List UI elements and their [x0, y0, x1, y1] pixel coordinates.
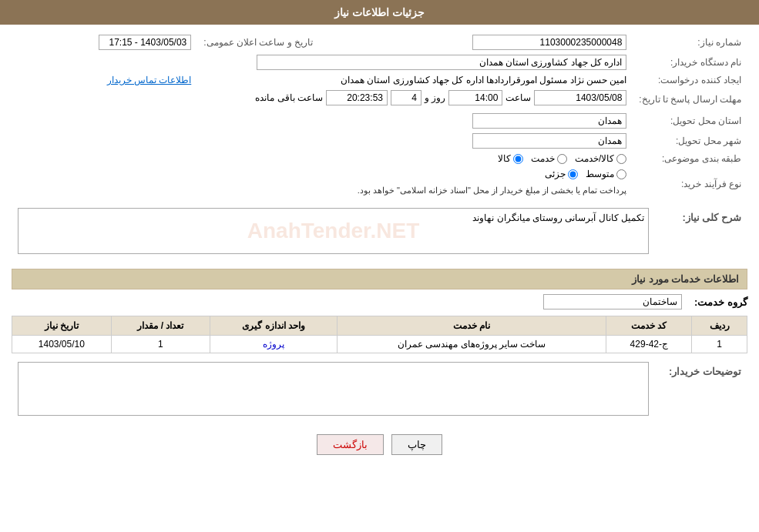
- process-label: نوع فرآیند خرید:: [633, 166, 747, 201]
- creator-name: امین حسن نژاد مسئول امورقراردادها اداره …: [341, 75, 626, 85]
- deadline-day-label: روز و: [425, 92, 445, 103]
- need-desc-text: تکمیل کانال آبرسانی روستای میانگران نهاو…: [472, 212, 644, 223]
- cell-date: 1403/05/10: [12, 336, 112, 353]
- need-desc-label: شرح کلی نیاز:: [655, 206, 747, 261]
- services-table: ردیف کد خدمت نام خدمت واحد اندازه گیری ت…: [12, 316, 747, 353]
- cat-kala-label: کالا: [498, 153, 511, 164]
- back-button[interactable]: بازگشت: [317, 434, 384, 455]
- col-need-date: تاریخ نیاز: [12, 316, 112, 336]
- deadline-day-input: [391, 90, 421, 105]
- deadline-remaining-label: ساعت باقی مانده: [255, 92, 323, 103]
- col-row-num: ردیف: [692, 316, 747, 336]
- city-input: [472, 133, 626, 149]
- col-quantity: تعداد / مقدار: [111, 316, 210, 336]
- col-unit: واحد اندازه گیری: [210, 316, 338, 336]
- cat-kala-khadamat-item: کالا/خدمت: [575, 153, 626, 164]
- deadline-time-label: ساعت: [505, 92, 531, 103]
- col-service-code: کد خدمت: [606, 316, 692, 336]
- buyer-desc-label: توضیحات خریدار:: [655, 360, 747, 423]
- buyer-desc-area: [18, 362, 649, 416]
- province-label: استان محل تحویل:: [633, 111, 747, 131]
- service-group-label: گروه خدمت:: [688, 296, 747, 308]
- cat-kala-khadamat-radio[interactable]: [616, 154, 626, 164]
- province-input: [472, 113, 626, 129]
- process-note: پرداخت تمام یا بخشی از مبلغ خریدار از مح…: [18, 182, 626, 199]
- deadline-label: مهلت ارسال پاسخ تا تاریخ:: [633, 88, 747, 111]
- category-label: طبقه بندی موضوعی:: [633, 151, 747, 166]
- announce-date-label: تاریخ و ساعت اعلان عمومی:: [197, 32, 319, 52]
- need-desc-area: تکمیل کانال آبرسانی روستای میانگران نهاو…: [18, 208, 649, 254]
- need-number-input: [472, 35, 626, 50]
- page-header: جزئیات اطلاعات نیاز: [0, 0, 759, 25]
- buyer-org-label: نام دستگاه خریدار:: [633, 52, 747, 72]
- deadline-date-input: [534, 90, 626, 105]
- cat-khadamat-item: خدمت: [531, 153, 567, 164]
- contact-link[interactable]: اطلاعات تماس خریدار: [107, 75, 192, 85]
- proc-jozee-item: جزئی: [545, 169, 578, 179]
- cat-kala-item: کالا: [498, 153, 523, 164]
- cell-code: ج-42-429: [606, 336, 692, 353]
- cat-kala-radio[interactable]: [513, 154, 523, 164]
- table-row: 1ج-42-429ساخت سایر پروژه‌های مهندسی عمرا…: [12, 336, 747, 353]
- city-label: شهر محل تحویل:: [633, 131, 747, 151]
- cell-row: 1: [692, 336, 747, 353]
- cell-quantity: 1: [111, 336, 210, 353]
- proc-jozee-label: جزئی: [545, 169, 566, 179]
- proc-motawaset-radio[interactable]: [616, 169, 626, 179]
- proc-motawaset-item: متوسط: [586, 169, 626, 179]
- announce-date-input: [99, 35, 191, 50]
- creator-label: ایجاد کننده درخواست:: [633, 72, 747, 88]
- cat-khadamat-label: خدمت: [531, 153, 555, 164]
- cat-khadamat-radio[interactable]: [557, 154, 567, 164]
- proc-jozee-radio[interactable]: [568, 169, 578, 179]
- col-service-name: نام خدمت: [337, 316, 606, 336]
- cell-unit: پروژه: [210, 336, 338, 353]
- buyer-org-input: [257, 55, 626, 70]
- services-section-title: اطلاعات خدمات مورد نیاز: [12, 269, 747, 289]
- watermark-logo: AnahTender.NET: [247, 219, 420, 243]
- need-number-label: شماره نیاز:: [633, 32, 747, 52]
- cell-name: ساخت سایر پروژه‌های مهندسی عمران: [337, 336, 606, 353]
- cat-kala-khadamat-label: کالا/خدمت: [575, 153, 614, 164]
- service-group-input: [543, 294, 682, 309]
- proc-motawaset-label: متوسط: [586, 169, 614, 179]
- print-button[interactable]: چاپ: [391, 434, 442, 455]
- deadline-time-input: [448, 90, 502, 105]
- deadline-remaining-input: [326, 90, 388, 105]
